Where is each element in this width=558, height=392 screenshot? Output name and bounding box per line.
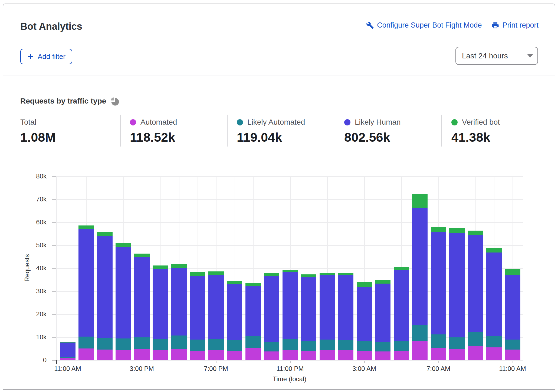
x-axis-label: 7:00 PM — [189, 365, 243, 373]
bar-segment-likely-automated — [264, 342, 279, 352]
bar-segment-likely-human — [153, 269, 168, 339]
bar-segment-likely-automated — [190, 340, 205, 351]
bar-segment-likely-human — [486, 252, 502, 336]
bar-segment-verified-bot — [505, 269, 520, 275]
bar-segment-automated — [227, 350, 242, 360]
bar-segment-verified-bot — [394, 267, 409, 270]
bar-segment-likely-automated — [78, 336, 94, 348]
bar-segment-likely-automated — [60, 357, 76, 358]
bar-segment-automated — [301, 351, 316, 360]
bar-segment-automated — [375, 351, 390, 360]
bar-segment-verified-bot — [468, 231, 483, 235]
bar-segment-likely-automated — [338, 340, 353, 350]
bar-segment-automated — [357, 350, 372, 360]
bar-segment-verified-bot — [116, 243, 131, 247]
bar-segment-automated — [449, 349, 465, 360]
bar-segment-automated — [78, 348, 94, 360]
bar-segment-likely-automated — [505, 340, 520, 350]
bar-segment-likely-automated — [171, 335, 187, 349]
bar-segment-verified-bot — [283, 270, 298, 273]
y-axis-label: 60k — [17, 218, 47, 226]
bar-segment-likely-human — [97, 236, 113, 338]
bar-segment-verified-bot — [264, 273, 279, 276]
gridline-h — [56, 176, 523, 177]
axis-line-left — [56, 176, 57, 360]
y-tick — [52, 268, 56, 269]
bar-segment-likely-human — [338, 275, 353, 340]
bar-segment-automated — [283, 350, 298, 360]
bar-segment-verified-bot — [486, 248, 502, 253]
bar-segment-likely-automated — [357, 340, 372, 351]
bar-segment-likely-automated — [134, 337, 150, 349]
bar-segment-likely-automated — [208, 339, 224, 350]
bar-segment-likely-human — [449, 233, 465, 337]
bar-segment-likely-human — [357, 287, 372, 341]
bar-segment-automated — [116, 350, 131, 360]
bar-segment-automated — [60, 358, 76, 360]
bar-segment-likely-automated — [486, 336, 502, 347]
gridline-v — [68, 176, 68, 360]
gridline-h — [56, 222, 523, 223]
bar-segment-verified-bot — [208, 271, 224, 275]
y-axis-label: 10k — [17, 333, 47, 341]
bar-segment-likely-human — [375, 283, 390, 342]
bar-segment-likely-human — [468, 235, 483, 332]
bar-segment-verified-bot — [227, 281, 242, 284]
y-tick — [52, 222, 56, 223]
x-tick — [68, 361, 68, 363]
y-axis-label: 70k — [17, 195, 47, 203]
y-axis-label: 50k — [17, 241, 47, 249]
bar-segment-automated — [264, 351, 279, 360]
y-axis-label: 20k — [17, 310, 47, 318]
bar-segment-likely-human — [227, 284, 242, 340]
x-tick — [438, 361, 439, 363]
x-axis-label: 3:00 PM — [115, 365, 169, 373]
bar-segment-likely-automated — [97, 338, 113, 350]
y-tick — [52, 199, 56, 200]
bar-segment-likely-automated — [320, 340, 335, 350]
x-axis-origin-tick — [56, 360, 57, 364]
bar-segment-automated — [431, 348, 446, 360]
bar-segment-automated — [97, 349, 113, 360]
bar-segment-likely-automated — [227, 340, 242, 351]
bar-segment-automated — [486, 347, 502, 360]
bar-segment-likely-human — [505, 275, 520, 340]
bar-segment-verified-bot — [449, 228, 465, 233]
y-tick — [52, 337, 56, 338]
bar-segment-likely-automated — [394, 340, 409, 351]
gridline-h — [56, 360, 523, 361]
x-axis-label: 3:00 AM — [337, 365, 391, 373]
y-axis-title: Requests — [23, 250, 31, 285]
bar-segment-verified-bot — [338, 273, 353, 275]
bar-segment-verified-bot — [134, 254, 150, 257]
bar-segment-automated — [338, 350, 353, 360]
x-tick — [142, 361, 142, 363]
bar-segment-likely-automated — [301, 340, 316, 351]
bar-segment-likely-human — [264, 275, 279, 342]
y-tick — [52, 360, 56, 361]
y-tick — [52, 291, 56, 292]
bar-segment-automated — [412, 341, 428, 360]
bar-segment-likely-automated — [153, 339, 168, 350]
x-axis-label: 11:00 PM — [263, 365, 317, 373]
bar-segment-automated — [208, 350, 224, 360]
bar-segment-likely-human — [431, 232, 446, 334]
bar-segment-likely-human — [190, 276, 205, 340]
bar-segment-automated — [394, 351, 409, 360]
x-tick — [364, 361, 365, 363]
bar-segment-automated — [245, 348, 261, 360]
x-tick — [290, 361, 291, 363]
bottom-divider — [3, 389, 555, 390]
y-tick — [52, 245, 56, 246]
bar-segment-automated — [134, 349, 150, 360]
y-axis-label: 40k — [17, 264, 47, 272]
bar-segment-likely-human — [116, 247, 131, 338]
bar-segment-verified-bot — [412, 194, 428, 208]
bar-segment-automated — [505, 349, 520, 360]
gridline-h — [56, 199, 523, 200]
bar-segment-verified-bot — [153, 265, 168, 269]
bar-segment-likely-human — [394, 270, 409, 341]
bar-segment-verified-bot — [78, 225, 94, 229]
bar-segment-likely-automated — [116, 338, 131, 350]
bar-segment-automated — [468, 346, 483, 360]
